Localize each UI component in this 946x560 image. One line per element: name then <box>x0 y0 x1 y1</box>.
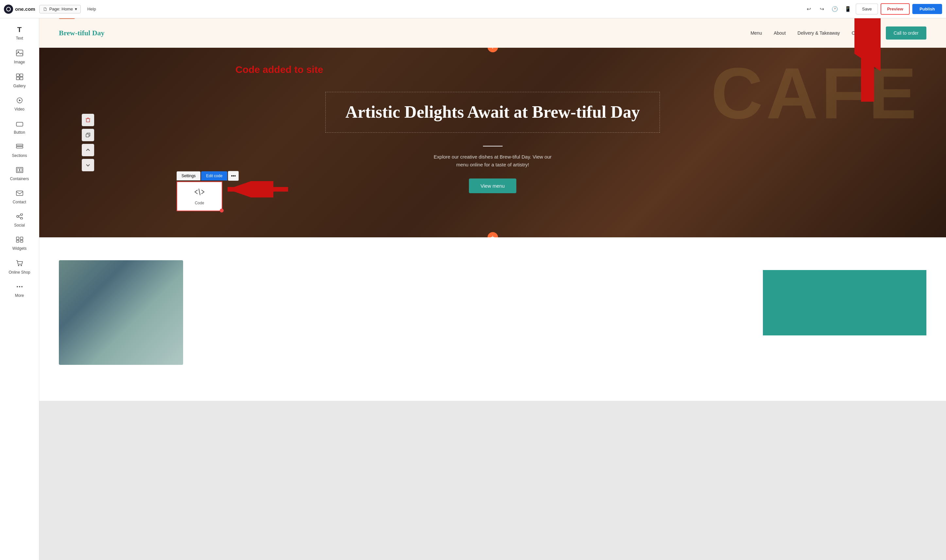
photo-inner <box>59 260 183 365</box>
home-badge: Home <box>59 18 75 19</box>
svg-point-16 <box>17 215 18 217</box>
add-section-top-button[interactable]: + <box>488 48 498 52</box>
delete-section-button[interactable] <box>82 114 94 126</box>
help-button[interactable]: Help <box>87 6 96 11</box>
svg-marker-8 <box>19 99 21 102</box>
nav-link-about[interactable]: About <box>774 31 786 35</box>
page-selector[interactable]: 🗋 Page: Home ▾ <box>39 5 81 14</box>
widget-more-button[interactable]: ••• <box>228 171 239 181</box>
sidebar-item-more[interactable]: More <box>2 280 37 302</box>
svg-rect-23 <box>16 240 19 242</box>
undo-button[interactable]: ↩ <box>803 4 814 14</box>
publish-button[interactable]: Publish <box>912 4 942 14</box>
hero-divider <box>483 146 503 146</box>
code-widget-area: Settings Edit code ••• Code <box>177 171 239 211</box>
site-logo: Brew-tiful Day <box>59 29 105 37</box>
video-icon <box>16 97 23 105</box>
hero-title: Artistic Delights Await at Brew-tiful Da… <box>345 102 640 122</box>
sidebar-item-gallery[interactable]: Gallery <box>2 70 37 92</box>
containers-icon <box>16 167 23 175</box>
undo-forward-button[interactable]: ↪ <box>817 4 827 14</box>
svg-rect-3 <box>16 74 19 77</box>
sidebar-item-text[interactable]: T Text <box>2 22 37 45</box>
sidebar-item-social[interactable]: Social <box>2 209 37 231</box>
nav-link-contact[interactable]: Contact <box>852 31 867 35</box>
logo-area: one.com <box>4 5 35 14</box>
svg-rect-21 <box>16 237 19 240</box>
logo-icon <box>4 5 13 14</box>
nav-link-menu[interactable]: Menu <box>751 31 762 35</box>
svg-rect-31 <box>86 134 89 137</box>
svg-line-32 <box>199 189 200 195</box>
more-icon <box>16 284 23 291</box>
add-section-bottom-button[interactable]: + <box>488 232 498 237</box>
resize-handle[interactable] <box>220 209 224 212</box>
page-icon: 🗋 <box>43 6 48 12</box>
svg-point-25 <box>18 265 19 266</box>
svg-point-17 <box>21 214 23 215</box>
code-label: Code <box>195 201 205 205</box>
sidebar-label-containers: Containers <box>10 177 29 181</box>
site-navbar: Home Brew-tiful Day Menu About Delivery … <box>39 18 946 48</box>
logo-text: one.com <box>15 6 35 12</box>
sidebar-label-image: Image <box>14 60 25 65</box>
site-nav-links: Menu About Delivery & Takeaway Contact C… <box>751 26 926 40</box>
text-icon: T <box>17 26 22 34</box>
svg-line-20 <box>18 217 21 218</box>
teal-block <box>763 270 926 335</box>
svg-rect-5 <box>16 77 19 80</box>
duplicate-section-button[interactable] <box>82 129 94 141</box>
hero-cta-button[interactable]: View menu <box>469 178 517 193</box>
history-button[interactable]: 🕐 <box>829 4 840 14</box>
sidebar-item-video[interactable]: Video <box>2 94 37 115</box>
sidebar-item-online-shop[interactable]: Online Shop <box>2 256 37 278</box>
chevron-down-icon: ▾ <box>75 6 77 11</box>
svg-point-18 <box>21 217 23 219</box>
svg-point-27 <box>17 286 18 287</box>
nav-link-delivery[interactable]: Delivery & Takeaway <box>798 31 840 35</box>
sidebar-item-widgets[interactable]: Widgets <box>2 233 37 255</box>
code-icon <box>194 187 205 199</box>
widgets-icon <box>16 237 23 244</box>
cafe-photo <box>59 260 183 365</box>
top-bar-actions: ↩ ↪ 🕐 📱 Save Preview Publish <box>803 3 942 15</box>
settings-tab[interactable]: Settings <box>177 171 200 180</box>
code-widget-box[interactable]: Code <box>177 182 222 211</box>
sidebar-item-contact[interactable]: Contact <box>2 186 37 208</box>
image-icon <box>16 50 23 58</box>
sidebar-label-contact: Contact <box>13 200 26 204</box>
edit-code-tab[interactable]: Edit code <box>201 171 227 180</box>
svg-point-28 <box>19 286 20 287</box>
sidebar-label-social: Social <box>14 223 25 228</box>
sections-icon <box>16 144 23 151</box>
hero-content: Artistic Delights Await at Brew-tiful Da… <box>39 48 946 237</box>
section-controls <box>82 114 94 171</box>
button-icon <box>16 121 23 128</box>
contact-icon <box>16 190 23 198</box>
svg-rect-22 <box>20 237 23 240</box>
sidebar-item-image[interactable]: Image <box>2 46 37 68</box>
svg-rect-24 <box>20 240 23 242</box>
preview-button[interactable]: Preview <box>881 3 910 15</box>
main-layout: T Text Image Gallery Video Button <box>0 18 946 560</box>
save-button[interactable]: Save <box>856 4 878 14</box>
online-shop-icon <box>16 260 23 268</box>
svg-rect-11 <box>16 146 23 148</box>
sidebar-item-containers[interactable]: Containers <box>2 163 37 185</box>
sidebar-label-video: Video <box>14 107 24 111</box>
svg-line-19 <box>18 215 21 216</box>
sidebar-item-button[interactable]: Button <box>2 117 37 138</box>
sidebar-label-gallery: Gallery <box>13 84 26 88</box>
sidebar-item-sections[interactable]: Sections <box>2 140 37 162</box>
svg-rect-6 <box>20 77 23 80</box>
move-up-button[interactable] <box>82 144 94 156</box>
svg-rect-4 <box>20 74 23 77</box>
editor-area: Home Brew-tiful Day Menu About Delivery … <box>39 18 946 560</box>
svg-rect-10 <box>16 144 23 146</box>
move-down-button[interactable] <box>82 159 94 171</box>
sidebar: T Text Image Gallery Video Button <box>0 18 39 560</box>
hero-title-box: Artistic Delights Await at Brew-tiful Da… <box>325 92 660 132</box>
cta-button[interactable]: Call to order <box>886 26 926 40</box>
svg-rect-9 <box>16 122 23 126</box>
mobile-preview-button[interactable]: 📱 <box>843 4 853 14</box>
